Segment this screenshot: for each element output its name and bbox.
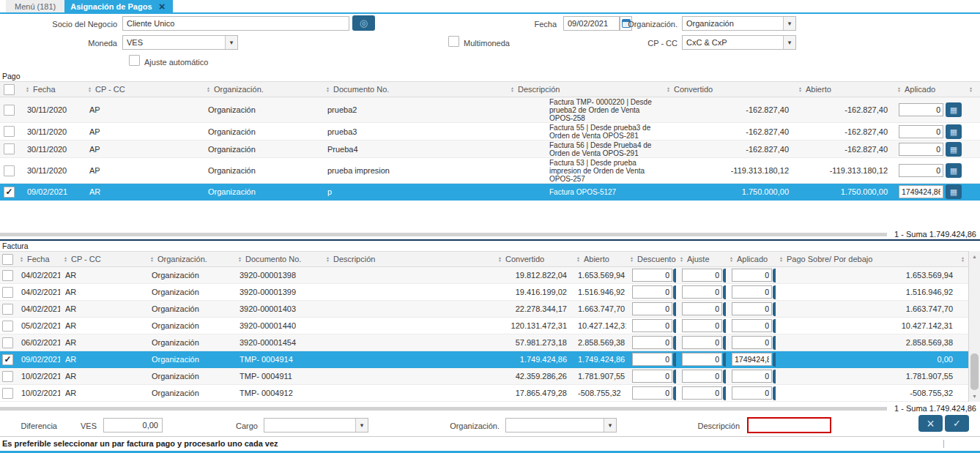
select-all-checkbox[interactable] (4, 84, 15, 95)
descripcion-input[interactable] (747, 417, 831, 433)
column-header[interactable]: CP - CC (71, 255, 101, 263)
scrollbar-thumb[interactable] (970, 353, 979, 390)
tab-menu[interactable]: Menú (181) (6, 0, 64, 12)
column-header[interactable]: Abierto (806, 85, 831, 94)
amount-input[interactable] (632, 386, 672, 400)
column-header[interactable]: Ajuste (687, 255, 710, 263)
calculator-button-clipped[interactable] (673, 386, 676, 400)
select-all-checkbox[interactable] (2, 254, 13, 265)
amount-input[interactable] (682, 269, 722, 282)
sort-icon[interactable] (897, 86, 901, 92)
table-row[interactable]: 09/02/2021AROrganizaciónTMP- 00049141.74… (0, 351, 968, 368)
calculator-button[interactable] (946, 163, 962, 178)
row-checkbox[interactable] (4, 105, 15, 116)
calculator-button-clipped[interactable] (673, 370, 676, 383)
calculator-button-clipped[interactable] (723, 319, 726, 333)
calculator-button[interactable] (946, 102, 962, 117)
amount-input[interactable] (732, 319, 772, 332)
multimoneda-checkbox[interactable] (448, 36, 459, 47)
sort-icon[interactable] (961, 256, 965, 262)
column-header[interactable]: Fecha (27, 255, 50, 263)
amount-input[interactable] (732, 353, 772, 366)
calculator-button-clipped[interactable] (723, 336, 726, 350)
amount-input[interactable] (732, 370, 772, 383)
sort-icon[interactable] (969, 86, 973, 92)
sort-icon[interactable] (88, 86, 92, 92)
scroll-down-icon[interactable]: ▼ (969, 391, 980, 402)
column-header[interactable]: Organización. (157, 255, 207, 263)
calculator-button-clipped[interactable] (723, 302, 726, 316)
table-row[interactable]: 30/11/2020APOrganizaciónprueba3Factura 5… (0, 123, 980, 141)
sort-icon[interactable] (680, 256, 683, 262)
calculator-button-clipped[interactable] (723, 285, 726, 299)
amount-input[interactable] (682, 336, 722, 349)
sort-icon[interactable] (64, 256, 67, 262)
footer-organizacion-select[interactable] (505, 418, 617, 433)
table-row[interactable]: 10/02/2021AROrganizaciónTMP- 000491217.8… (0, 385, 968, 402)
calculator-button[interactable] (946, 142, 962, 157)
calculator-button-clipped[interactable] (673, 336, 676, 350)
calculator-button-clipped[interactable] (773, 386, 776, 400)
sort-icon[interactable] (238, 256, 242, 262)
organizacion-select[interactable]: Organización (682, 16, 796, 31)
column-header[interactable]: Descripción (518, 85, 560, 94)
calculator-button-clipped[interactable] (723, 269, 726, 282)
table-row[interactable]: 30/11/2020APOrganizaciónprueba2Factura T… (0, 97, 980, 123)
sort-icon[interactable] (667, 86, 670, 92)
column-header[interactable]: Descripción (333, 255, 375, 263)
diferencia-input[interactable]: 0,00 (103, 418, 163, 433)
moneda-select[interactable]: VES (122, 35, 238, 50)
column-header[interactable]: Documento No. (333, 85, 389, 94)
sort-icon[interactable] (511, 86, 514, 92)
calculator-button-clipped[interactable] (773, 269, 776, 282)
horizontal-scrollbar[interactable] (0, 407, 887, 411)
row-checkbox[interactable] (2, 270, 13, 281)
amount-input[interactable] (682, 302, 722, 315)
chevron-down-icon[interactable] (604, 419, 616, 432)
amount-input[interactable] (899, 103, 943, 116)
column-header[interactable]: Aplicado (905, 85, 935, 94)
sort-icon[interactable] (730, 256, 733, 262)
column-header[interactable]: Aplicado (737, 255, 768, 263)
horizontal-scrollbar[interactable] (0, 233, 887, 236)
column-header[interactable]: Convertido (505, 255, 544, 263)
row-checkbox[interactable] (4, 165, 15, 176)
chevron-down-icon[interactable] (355, 419, 368, 432)
calculator-button-clipped[interactable] (673, 269, 676, 282)
amount-input[interactable] (632, 353, 672, 366)
amount-input[interactable] (732, 269, 772, 282)
row-checkbox[interactable] (4, 143, 15, 154)
cargo-select[interactable] (264, 418, 368, 433)
amount-input[interactable] (632, 302, 672, 315)
table-row[interactable]: 04/02/2021AROrganización3920-0000139919.… (0, 284, 968, 301)
amount-input[interactable] (682, 285, 722, 299)
sort-icon[interactable] (20, 256, 23, 262)
ajuste-automatico-checkbox[interactable] (129, 55, 140, 66)
calculator-button-clipped[interactable] (723, 370, 726, 383)
table-row[interactable]: 30/11/2020APOrganizaciónprueba impresion… (0, 158, 980, 184)
close-icon[interactable] (157, 1, 167, 11)
sort-icon[interactable] (798, 86, 802, 92)
column-header[interactable]: Documento No. (245, 255, 301, 263)
table-row[interactable]: 09/02/2021AROrganizaciónpFactura OPOS-51… (0, 184, 980, 201)
cancel-button[interactable] (918, 415, 943, 432)
socio-input[interactable]: Cliente Unico (122, 16, 349, 31)
sort-icon[interactable] (150, 256, 154, 262)
amount-input[interactable] (682, 386, 722, 400)
amount-input[interactable] (632, 319, 672, 332)
sort-icon[interactable] (498, 256, 502, 262)
row-checkbox[interactable] (2, 321, 13, 332)
row-checkbox[interactable] (4, 126, 15, 137)
sort-icon[interactable] (26, 86, 29, 92)
table-row[interactable]: 05/02/2021AROrganización3920-00001440120… (0, 318, 968, 334)
column-header[interactable]: Convertido (674, 85, 713, 94)
row-checkbox[interactable] (2, 287, 13, 298)
calculator-button-clipped[interactable] (673, 302, 676, 316)
amount-input[interactable] (732, 285, 772, 299)
amount-input[interactable] (732, 302, 772, 315)
table-row[interactable]: 10/02/2021AROrganizaciónTMP- 000491142.3… (0, 368, 968, 385)
amount-input[interactable] (899, 164, 943, 177)
chevron-down-icon[interactable] (783, 36, 795, 49)
column-header[interactable]: Organización. (214, 85, 264, 94)
row-checkbox[interactable] (2, 304, 13, 315)
